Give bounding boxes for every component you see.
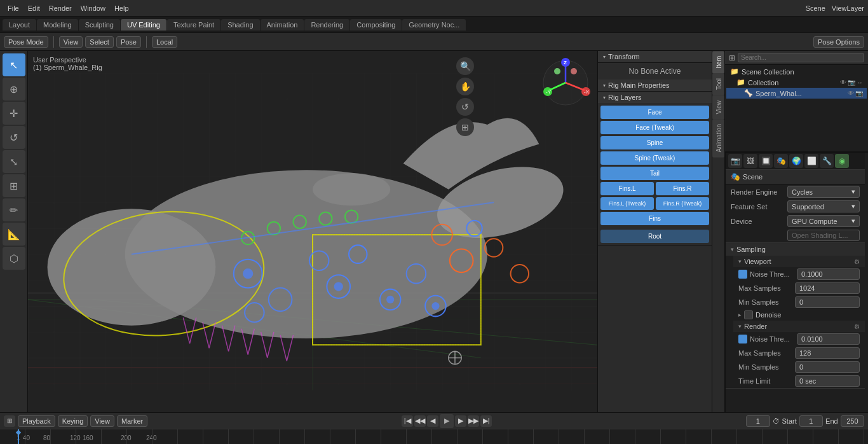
prop-tab-view-layer[interactable]: 🔲 — [759, 154, 773, 168]
outliner-object[interactable]: 🦴 Sperm_Whal... 👁 📷 — [726, 88, 867, 99]
navigation-gizmo[interactable]: Z -X -Y — [540, 57, 591, 108]
time-limit-value[interactable]: 0 sec — [795, 375, 860, 387]
outliner-scene-collection[interactable]: 📁 Scene Collection — [726, 66, 867, 77]
prop-tab-modifier[interactable]: 🔧 — [820, 154, 834, 168]
prop-tab-world[interactable]: 🌍 — [789, 154, 803, 168]
tool-measure[interactable]: 📐 — [3, 223, 25, 246]
pose-options-dropdown[interactable]: Pose Options — [813, 36, 864, 48]
tab-shading[interactable]: Shading — [221, 19, 259, 31]
open-shading-btn[interactable]: Open Shading L... — [787, 230, 860, 241]
tab-uv-editing[interactable]: UV Editing — [121, 19, 166, 31]
pose-menu[interactable]: Pose — [116, 36, 141, 48]
sampling-header[interactable]: ▾ Sampling — [726, 243, 865, 256]
local-dropdown[interactable]: Local — [152, 36, 177, 48]
tab-compositing[interactable]: Compositing — [350, 19, 402, 31]
btn-tail[interactable]: Tail — [600, 167, 709, 180]
tab-view[interactable]: View — [712, 95, 724, 120]
render-vis-icon[interactable]: 📷 — [848, 79, 855, 86]
device-dropdown[interactable]: GPU Compute ▾ — [787, 215, 860, 227]
render-engine-dropdown[interactable]: Cycles ▾ — [787, 186, 860, 198]
tool-scale[interactable]: ⤡ — [3, 150, 25, 173]
mode-dropdown[interactable]: Pose Mode — [4, 36, 48, 48]
start-frame[interactable]: 1 — [799, 415, 823, 427]
tab-item[interactable]: Item — [712, 51, 724, 73]
tool-move[interactable]: ✛ — [3, 102, 25, 125]
prop-tab-output[interactable]: 🖼 — [743, 154, 757, 168]
btn-jump-start[interactable]: |◀ — [402, 415, 413, 427]
btn-fins[interactable]: Fins — [600, 212, 709, 225]
transform-section-title[interactable]: ▾ Transform — [598, 51, 712, 62]
obj-render-icon[interactable]: 📷 — [855, 90, 863, 97]
tab-geometry-nodes[interactable]: Geometry Noc... — [402, 19, 466, 31]
btn-root[interactable]: Root — [600, 230, 709, 243]
outliner-collection[interactable]: 📁 Collection 👁 📷 ↔ — [726, 77, 867, 88]
render-noise-value[interactable]: 0.0100 — [797, 333, 860, 345]
btn-fins-r-tweak[interactable]: Fins.R (Tweak) — [656, 197, 709, 210]
select-menu[interactable]: Select — [85, 36, 114, 48]
btn-spine[interactable]: Spine — [600, 136, 709, 149]
current-frame[interactable]: 1 — [746, 415, 770, 427]
tool-annotate[interactable]: ✏ — [3, 198, 25, 221]
select-icon[interactable]: ↔ — [857, 79, 863, 86]
prop-tab-render[interactable]: 📷 — [728, 154, 742, 168]
prop-tab-scene[interactable]: 🎭 — [774, 154, 788, 168]
menu-help[interactable]: Help — [111, 3, 133, 13]
tab-animation[interactable]: Animation — [712, 119, 724, 157]
prop-tab-material[interactable]: ◉ — [835, 154, 849, 168]
tab-layout[interactable]: Layout — [3, 19, 36, 31]
viewport-settings-icon[interactable]: ⚙ — [854, 258, 860, 265]
btn-play-reverse[interactable]: ◀◀ — [414, 415, 426, 427]
tab-sculpting[interactable]: Sculpting — [79, 19, 120, 31]
end-frame[interactable]: 250 — [841, 415, 864, 427]
view-menu-timeline[interactable]: View — [90, 415, 114, 427]
menu-window[interactable]: Window — [77, 3, 109, 13]
min-samples-value[interactable]: 0 — [795, 296, 860, 308]
tool-cursor[interactable]: ⊕ — [3, 78, 25, 101]
feature-set-dropdown[interactable]: Supported ▾ — [787, 200, 860, 212]
btn-play-forward[interactable]: ▶▶ — [468, 415, 479, 427]
menu-edit[interactable]: Edit — [24, 3, 44, 13]
btn-spine-tweak[interactable]: Spine (Tweak) — [600, 151, 709, 165]
rig-main-title[interactable]: ▾ Rig Main Properties — [598, 80, 712, 91]
btn-fins-l[interactable]: Fins.L — [600, 182, 654, 195]
menu-render[interactable]: Render — [45, 3, 76, 13]
tool-select[interactable]: ↖ — [3, 53, 25, 76]
zoom-btn[interactable]: 🔍 — [456, 57, 474, 75]
noise-threshold-value[interactable]: 0.1000 — [797, 268, 860, 280]
btn-fins-r[interactable]: Fins.R — [656, 182, 709, 195]
rotate-btn[interactable]: ↺ — [456, 98, 474, 116]
tab-modeling[interactable]: Modeling — [37, 19, 78, 31]
prop-tab-object[interactable]: ⬜ — [804, 154, 818, 168]
pan-btn[interactable]: ✋ — [456, 78, 474, 95]
eye-icon[interactable]: 👁 — [840, 79, 846, 86]
btn-play[interactable]: ▶ — [440, 414, 454, 428]
tool-bone[interactable]: ⬡ — [3, 247, 25, 270]
rig-layers-title[interactable]: ▾ Rig Layers — [598, 92, 712, 103]
render-max-value[interactable]: 128 — [795, 347, 860, 359]
max-samples-value[interactable]: 1024 — [795, 282, 860, 294]
obj-eye-icon[interactable]: 👁 — [848, 90, 854, 97]
viewport-3d[interactable]: User Perspective (1) Sperm_Whale_Rig — [28, 51, 597, 412]
tool-transform[interactable]: ⊞ — [3, 174, 25, 197]
noise-threshold-checkbox[interactable] — [738, 270, 747, 279]
btn-step-back[interactable]: ◀ — [427, 415, 438, 427]
playback-menu[interactable]: Playback — [18, 415, 55, 427]
render-noise-checkbox[interactable] — [738, 335, 747, 343]
tab-texture-paint[interactable]: Texture Paint — [167, 19, 220, 31]
keying-menu[interactable]: Keying — [58, 415, 88, 427]
view-menu[interactable]: View — [59, 36, 83, 48]
marker-menu[interactable]: Marker — [117, 415, 147, 427]
btn-fins-l-tweak[interactable]: Fins.L (Tweak) — [600, 197, 654, 210]
btn-face[interactable]: Face — [600, 106, 709, 119]
denoise-checkbox[interactable] — [744, 310, 753, 319]
render-settings-icon[interactable]: ⚙ — [854, 323, 860, 330]
btn-face-tweak[interactable]: Face (Tweak) — [600, 121, 709, 134]
tab-rendering[interactable]: Rendering — [304, 19, 349, 31]
btn-jump-end[interactable]: ▶| — [480, 415, 492, 427]
viewport-subtitle[interactable]: ▾ Viewport ⚙ — [733, 256, 865, 267]
timeline-numbers[interactable]: 1 120 200 40 160 240 80 — [0, 429, 868, 444]
tab-tool[interactable]: Tool — [712, 73, 724, 95]
render-min-value[interactable]: 0 — [795, 361, 860, 373]
tool-rotate[interactable]: ↺ — [3, 126, 25, 149]
render-subtitle[interactable]: ▾ Render ⚙ — [733, 321, 865, 332]
